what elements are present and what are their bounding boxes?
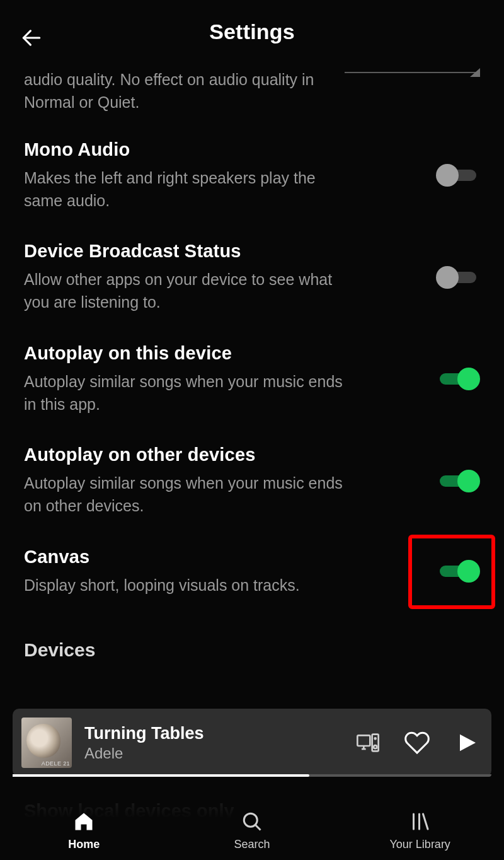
nav-home[interactable]: Home: [0, 781, 168, 860]
now-playing-artist: Adele: [84, 745, 354, 762]
now-playing-bar[interactable]: ADELE 21 Turning Tables Adele: [13, 709, 491, 777]
setting-title: Autoplay on other devices: [24, 445, 421, 465]
devices-button[interactable]: [354, 729, 382, 757]
setting-desc: Autoplay similar songs when your music e…: [24, 370, 352, 416]
svg-point-6: [375, 738, 376, 739]
setting-desc: Allow other apps on your device to see w…: [24, 268, 352, 314]
toggle-device-broadcast[interactable]: [436, 265, 480, 290]
setting-row-autoplay-this-device: Autoplay on this device Autoplay similar…: [24, 329, 480, 431]
svg-marker-7: [460, 735, 476, 752]
now-playing-title: Turning Tables: [84, 724, 354, 743]
setting-desc: Makes the left and right speakers play t…: [24, 166, 352, 212]
album-art-label: ADELE 21: [42, 760, 70, 767]
setting-title: Autoplay on this device: [24, 343, 421, 364]
nav-label: Search: [234, 838, 270, 851]
heart-icon: [404, 729, 430, 756]
nav-label: Home: [68, 838, 100, 851]
devices-icon: [355, 730, 381, 755]
back-button[interactable]: [18, 24, 45, 52]
svg-line-12: [423, 814, 428, 829]
setting-row-canvas: Canvas Display short, looping visuals on…: [24, 533, 480, 612]
svg-point-5: [374, 745, 377, 748]
svg-rect-1: [357, 735, 370, 746]
nav-label: Your Library: [389, 838, 450, 851]
setting-desc: Autoplay similar songs when your music e…: [24, 472, 352, 518]
volume-slider[interactable]: [345, 68, 480, 77]
setting-desc-partial: audio quality. No effect on audio qualit…: [24, 68, 326, 114]
nav-library[interactable]: Your Library: [336, 781, 504, 860]
setting-row-mono-audio: Mono Audio Makes the left and right spea…: [24, 125, 480, 228]
setting-title: Mono Audio: [24, 139, 421, 160]
setting-desc: Display short, looping visuals on tracks…: [24, 574, 402, 596]
library-icon: [408, 809, 433, 834]
svg-line-9: [255, 825, 260, 830]
search-icon: [239, 809, 265, 834]
toggle-autoplay-this-device[interactable]: [436, 366, 480, 392]
arrow-left-icon: [20, 26, 43, 50]
progress-bar[interactable]: [13, 774, 309, 777]
home-icon: [71, 809, 96, 834]
toggle-canvas[interactable]: [436, 559, 480, 584]
play-icon: [454, 730, 479, 755]
like-button[interactable]: [403, 729, 431, 757]
album-art: ADELE 21: [21, 718, 72, 768]
setting-row-autoplay-other-devices: Autoplay on other devices Autoplay simil…: [24, 431, 480, 533]
svg-point-8: [244, 813, 257, 827]
play-button[interactable]: [452, 729, 480, 757]
nav-search[interactable]: Search: [168, 781, 336, 860]
bottom-nav: Home Search Your Library: [0, 781, 504, 860]
toggle-mono-audio[interactable]: [436, 163, 480, 188]
toggle-autoplay-other-devices[interactable]: [436, 468, 480, 494]
section-header-devices: Devices: [0, 612, 504, 668]
setting-row-device-broadcast: Device Broadcast Status Allow other apps…: [24, 227, 480, 329]
setting-title: Canvas: [24, 547, 421, 567]
setting-title: Device Broadcast Status: [24, 241, 421, 262]
page-title: Settings: [209, 20, 295, 44]
